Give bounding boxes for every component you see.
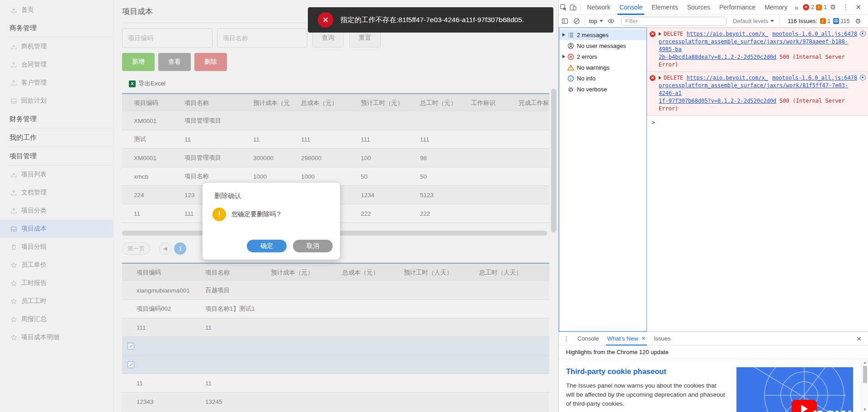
console-error-entry[interactable]: ✕ mootools-1.6.0_all.js:6478 DELETE http… (647, 72, 868, 116)
table-row[interactable]: 1234313245 (122, 393, 549, 411)
console-filter-input[interactable] (621, 17, 726, 26)
sidebar-item-opportunity[interactable]: 商机管理 (0, 38, 113, 56)
error-count-badge[interactable]: ✕ 2 (803, 4, 814, 10)
scroll-up-icon[interactable]: ▲ (863, 360, 867, 365)
filter-all-messages[interactable]: 2 messages (559, 29, 646, 40)
sidebar-item-project-list[interactable]: 项目列表 (0, 166, 113, 184)
sidebar-item-project-cost[interactable]: 项目成本 (0, 220, 113, 238)
request-url-link[interactable]: https://aio.beyoit.com/x_ (687, 75, 769, 81)
sidebar-item-employee-price[interactable]: 员工单价 (0, 256, 113, 274)
kebab-menu-icon[interactable]: ⋮ (559, 335, 573, 342)
table-row-selected[interactable]: ✓ (122, 337, 549, 355)
table-row[interactable]: xiangmubianma001百越项目 (122, 281, 549, 300)
sidebar-item-project-category[interactable]: 项目分类 (0, 202, 113, 220)
inbox-icon (10, 226, 17, 232)
source-link[interactable]: mootools-1.6.0_all.js:6478 (772, 30, 857, 38)
sidebar-item-timesheet-report[interactable]: 工时报告 (0, 274, 113, 292)
sidebar-section-business[interactable]: 商务管理 (0, 19, 113, 38)
filter-verbose[interactable]: No verbose (559, 84, 646, 95)
sidebar-item-weekly-summary[interactable]: 周报汇总 (0, 310, 113, 328)
log-levels-selector[interactable]: Default levels (733, 18, 774, 24)
console-prompt-icon[interactable]: > (647, 116, 868, 126)
console-body: 2 messages No user messages 2 errors No … (559, 28, 868, 331)
sidebar-section-mywork[interactable]: 我的工作 (0, 128, 113, 147)
view-button[interactable]: 查看 (158, 53, 191, 71)
settings-gear-icon[interactable]: ⚙ (827, 3, 839, 11)
clear-console-icon[interactable] (571, 17, 582, 25)
warning-count-badge[interactable]: ! 1 (816, 4, 827, 10)
scroll-down-icon[interactable]: ▼ (863, 407, 867, 412)
project-code-input[interactable] (122, 28, 212, 47)
table-row[interactable]: 11111 (122, 318, 549, 337)
tab-sources[interactable]: Sources (683, 0, 715, 15)
confirm-button[interactable]: 确定 (247, 240, 287, 252)
export-excel-link[interactable]: X 导出Excel (129, 79, 549, 88)
row-checkbox[interactable]: ✓ (127, 361, 134, 368)
sidebar-item-customer[interactable]: 客户管理 (0, 74, 113, 92)
drawer-tab-console[interactable]: Console (573, 332, 603, 346)
table-row[interactable]: 测试1111111111111 (122, 130, 549, 149)
sidebar-section-project[interactable]: 项目管理 (0, 147, 113, 166)
sidebar-item-documents[interactable]: 文档管理 (0, 184, 113, 202)
table-row[interactable]: 项目编码002项目名称1】测试1 (122, 300, 549, 318)
expander-icon[interactable] (561, 33, 566, 37)
tab-memory[interactable]: Memory (760, 0, 792, 15)
live-expression-eye-icon[interactable] (605, 17, 617, 25)
sidebar-item-repayment[interactable]: 回款计划 (0, 92, 113, 110)
tab-elements[interactable]: Elements (647, 0, 682, 15)
issues-counter[interactable]: 116 Issues: ! 1 115 (788, 18, 850, 24)
row-checkbox[interactable]: ✓ (127, 343, 134, 350)
table-row[interactable]: XM0001项目管理项目 (122, 112, 549, 130)
drawer-tab-whats-new[interactable]: What's New ✕ (603, 332, 650, 346)
device-toolbar-icon[interactable] (568, 4, 578, 11)
first-page-button[interactable]: 第一页 (122, 242, 150, 255)
video-thumbnail[interactable]: new (736, 367, 853, 412)
table-row-selected[interactable]: ✓ (122, 355, 549, 374)
sidebar-section-finance[interactable]: 财务管理 (0, 110, 113, 128)
cancel-button[interactable]: 取消 (293, 240, 333, 252)
dock-sidebar-icon[interactable] (559, 17, 571, 25)
expander-icon[interactable] (659, 32, 661, 36)
tab-performance[interactable]: Performance (715, 0, 760, 15)
close-devtools-icon[interactable]: ✕ (852, 3, 864, 11)
more-tabs-icon[interactable]: » (792, 4, 801, 11)
page-vertical-scrollbar[interactable] (549, 0, 558, 412)
context-selector[interactable]: top (587, 18, 605, 24)
sidebar-item-project-cost-detail[interactable]: 项目成本明细 (0, 328, 113, 346)
filter-info[interactable]: No info (559, 73, 646, 84)
info-icon (833, 18, 839, 24)
table-row[interactable]: 1111 (122, 374, 549, 393)
sidebar-item-project-group[interactable]: 项目分组 (0, 238, 113, 256)
tab-console[interactable]: Console (615, 0, 647, 15)
console-error-entry[interactable]: ✕ mootools-1.6.0_all.js:6478 DELETE http… (647, 28, 868, 72)
filter-errors[interactable]: 2 errors (559, 51, 646, 62)
project-name-input[interactable] (217, 28, 307, 47)
source-link[interactable]: mootools-1.6.0_all.js:6478 (772, 74, 857, 82)
drawer-scrollbar[interactable]: ▲ ▼ (861, 360, 868, 412)
request-blocking-icon[interactable] (860, 75, 866, 81)
expander-icon[interactable] (561, 55, 566, 58)
sidebar-item-home[interactable]: 首页 (0, 1, 113, 19)
table-row[interactable]: XM0001项目管理项目30000029800010098 (122, 149, 549, 167)
filter-user-messages[interactable]: No user messages (559, 40, 646, 51)
request-blocking-icon[interactable] (860, 31, 866, 37)
scrollbar-thumb[interactable] (551, 89, 557, 232)
sidebar-item-contract[interactable]: 合同管理 (0, 56, 113, 74)
close-tab-icon[interactable]: ✕ (642, 336, 646, 341)
kebab-menu-icon[interactable]: ⋮ (839, 3, 852, 11)
current-page-badge[interactable]: 1 (174, 242, 186, 255)
error-icon: ✕ (650, 31, 656, 37)
close-drawer-icon[interactable]: ✕ (856, 335, 868, 342)
tab-network[interactable]: Network (583, 0, 615, 15)
delete-button[interactable]: 删除 (194, 53, 227, 71)
request-url-link[interactable]: https://aio.beyoit.com/x_ (687, 31, 769, 37)
add-button[interactable]: 新增 (122, 53, 155, 71)
inspect-element-icon[interactable] (559, 4, 568, 11)
filter-warnings[interactable]: No warnings (559, 62, 646, 73)
console-settings-gear-icon[interactable]: ⚙ (852, 17, 864, 25)
sidebar-item-employee-hours[interactable]: 员工工时 (0, 292, 113, 310)
scrollbar-thumb[interactable] (863, 366, 867, 383)
prev-page-button[interactable]: ◀ (159, 242, 171, 255)
drawer-tab-issues[interactable]: Issues (650, 332, 675, 346)
expander-icon[interactable] (659, 76, 661, 80)
